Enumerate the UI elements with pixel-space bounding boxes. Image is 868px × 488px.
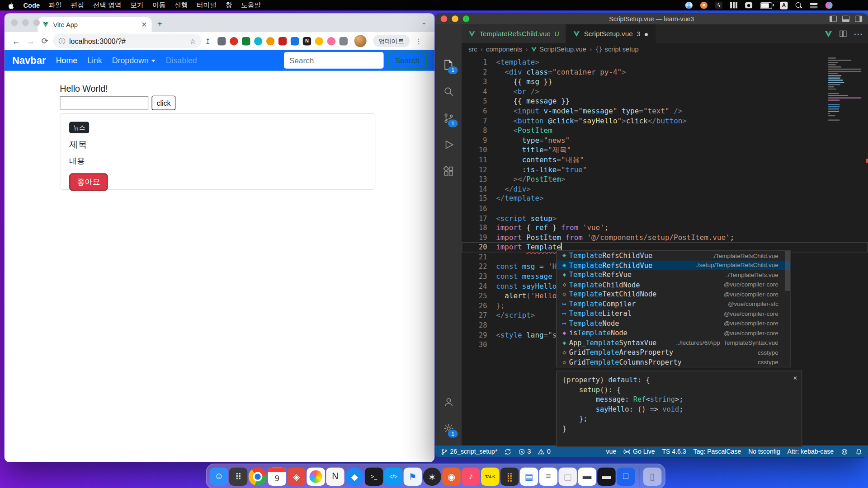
menu-item[interactable]: 이동 — [152, 0, 165, 10]
code-line-17[interactable]: 17<script setup> — [462, 213, 868, 223]
red-extension-icon[interactable] — [278, 37, 287, 45]
camera-extension-icon[interactable] — [217, 37, 226, 45]
code-line-5[interactable]: 5 {{ message }} — [462, 97, 868, 107]
editor-tab-ScriptSetup.vue[interactable]: ScriptSetup.vue3● — [566, 24, 656, 43]
like-button[interactable]: 좋아요 — [69, 173, 108, 191]
dock-screenshot-app-icon[interactable]: ▬ — [578, 467, 596, 485]
profile-avatar[interactable] — [354, 35, 367, 47]
dock-app-icon-red-icon[interactable]: ◈ — [288, 467, 306, 485]
puzzle-extension-icon[interactable] — [339, 37, 347, 45]
breadcrumb-item[interactable]: {}script setup — [595, 45, 638, 53]
pinwheel-icon[interactable] — [685, 2, 693, 9]
grid-extension-icon[interactable] — [242, 37, 250, 45]
orange-extension-icon[interactable] — [266, 37, 274, 45]
status-notifications[interactable] — [855, 448, 863, 455]
suggestion-TemplateChildNode[interactable]: ◇TemplateChildNode@vue/compiler-core — [557, 280, 791, 289]
breadcrumb-item[interactable]: ScriptSetup.vue — [531, 45, 586, 53]
split-editor-icon[interactable] — [839, 30, 847, 38]
menu-item[interactable]: 도움말 — [241, 0, 261, 10]
toggle-sidebar-icon[interactable] — [829, 15, 837, 23]
menu-item[interactable]: 선택 영역 — [93, 0, 122, 10]
status-no-tsconfig[interactable]: No tsconfig — [748, 448, 780, 455]
dock-books-icon[interactable]: ▤ — [520, 467, 538, 485]
dock-display-icon[interactable]: ▬ — [597, 467, 615, 485]
editor-tab-TemplateRefsChild.vue[interactable]: TemplateRefsChild.vueU — [462, 24, 566, 43]
dock-kakaotalk-icon[interactable]: TALK — [481, 467, 499, 485]
code-line-12[interactable]: 12 :is-like="true" — [462, 164, 868, 174]
apple-menu-icon[interactable] — [8, 1, 14, 9]
suggestion-App_TemplateSyntaxVue[interactable]: ◈App_TemplateSyntaxVue../lectures/6/App_… — [557, 338, 791, 347]
nav-item-dropdown[interactable]: Dropdown — [112, 56, 156, 65]
dock-maps-icon[interactable]: ⚑ — [404, 467, 422, 485]
status-attr-case[interactable]: Attr: kebab-case — [788, 448, 834, 455]
search-icon[interactable] — [796, 2, 802, 9]
suggestion-TemplateLiteral[interactable]: ↦TemplateLiteral@vue/compiler-core — [557, 309, 791, 318]
dock-app-icon-grid-icon[interactable]: ⣿ — [500, 467, 519, 485]
code-line-18[interactable]: 18import { ref } from 'vue'; — [462, 223, 868, 233]
bookmark-star-icon[interactable]: ☆ — [189, 37, 196, 45]
feather-extension-icon[interactable] — [254, 37, 262, 45]
status-tag-case[interactable]: Tag: PascalCase — [693, 448, 741, 455]
dirty-indicator-icon[interactable]: ● — [644, 30, 649, 38]
code-line-13[interactable]: 13 ></PostItem> — [462, 174, 868, 184]
vue-preview-icon[interactable] — [824, 30, 832, 38]
dock-launchpad-icon[interactable]: ⠿ — [229, 467, 247, 485]
code-line-8[interactable]: 8 <PostItem — [462, 126, 868, 136]
star-extension-icon[interactable] — [315, 37, 323, 45]
suggestion-TemplateNode[interactable]: ↦TemplateNode@vue/compiler-core — [557, 319, 791, 328]
site-search-button[interactable]: Search — [388, 52, 427, 69]
dock-calendar-icon[interactable]: 9 — [268, 467, 286, 485]
dock-notion-icon[interactable]: N — [326, 467, 344, 485]
dock-safari-icon[interactable]: ◆ — [345, 467, 363, 485]
dock-notes-icon[interactable]: ≡ — [539, 467, 557, 485]
message-input[interactable] — [60, 96, 148, 109]
menu-item[interactable]: 터미널 — [197, 0, 217, 10]
code-line-9[interactable]: 9 type="news" — [462, 136, 868, 145]
orange-app-icon[interactable] — [700, 2, 708, 9]
source-control-icon[interactable]: 1 — [435, 105, 462, 131]
menu-item[interactable]: 보기 — [130, 0, 143, 10]
new-tab-button[interactable]: + — [157, 20, 162, 29]
minimize-button[interactable] — [22, 19, 29, 26]
code-line-3[interactable]: 3 {{ msg }} — [462, 77, 868, 87]
tab-search-chevron-icon[interactable]: ⌄ — [421, 18, 427, 26]
site-info-icon[interactable]: ⓘ — [59, 36, 66, 46]
siri-icon[interactable] — [826, 2, 833, 9]
toggle-panel-icon[interactable] — [842, 15, 849, 23]
browser-tab[interactable]: Vite App ✕ — [38, 17, 151, 32]
code-line-1[interactable]: 1<template> — [462, 57, 868, 67]
search-icon[interactable] — [435, 79, 462, 104]
back-button[interactable]: ← — [10, 36, 22, 46]
menu-item[interactable]: 실행 — [175, 0, 188, 10]
status-typescript-version[interactable]: TS 4.6.3 — [662, 448, 686, 455]
input-source-icon[interactable]: A — [780, 1, 788, 9]
nav-item-home[interactable]: Home — [56, 56, 77, 65]
app-menu-title[interactable]: Code — [23, 1, 40, 9]
status-language-mode[interactable]: vue — [606, 448, 617, 455]
camera-icon[interactable] — [745, 2, 752, 8]
status-sync[interactable] — [504, 448, 511, 455]
dock-terminal-icon[interactable]: >_ — [365, 467, 383, 485]
click-button[interactable]: click — [152, 96, 176, 110]
address-bar[interactable]: ⓘ localhost:3000/?# ☆ — [53, 34, 202, 48]
dock-app-icon-white-icon[interactable]: ▢ — [559, 467, 577, 485]
dock-app-icon-orange-icon[interactable]: ◉ — [442, 467, 460, 485]
stats-icon[interactable] — [730, 2, 737, 8]
dock-chrome-icon[interactable] — [249, 467, 267, 485]
battery-icon[interactable] — [760, 2, 772, 9]
menu-item[interactable]: 파일 — [49, 0, 62, 10]
code-line-2[interactable]: 2 <div class="container py-4"> — [462, 67, 868, 77]
bolt-icon[interactable]: ϟ — [715, 2, 722, 9]
update-button[interactable]: 업데이트 — [373, 35, 410, 47]
code-line-7[interactable]: 7 <button @click="sayHello">click</butto… — [462, 116, 868, 126]
more-actions-icon[interactable]: ⋯ — [854, 28, 863, 39]
menu-item[interactable]: 편집 — [71, 0, 84, 10]
customize-layout-icon[interactable] — [855, 15, 863, 23]
status-go-live[interactable]: Go Live — [623, 448, 655, 455]
dock-app-icon-dark-circle-icon[interactable]: ∗ — [423, 467, 441, 485]
pink-extension-icon[interactable] — [327, 37, 335, 45]
code-line-15[interactable]: 15</template> — [462, 194, 868, 204]
settings-gear-icon[interactable]: 1 — [435, 416, 462, 441]
adblock-extension-icon[interactable] — [230, 37, 238, 45]
dock-trash-icon[interactable]: ▯ — [643, 467, 661, 485]
